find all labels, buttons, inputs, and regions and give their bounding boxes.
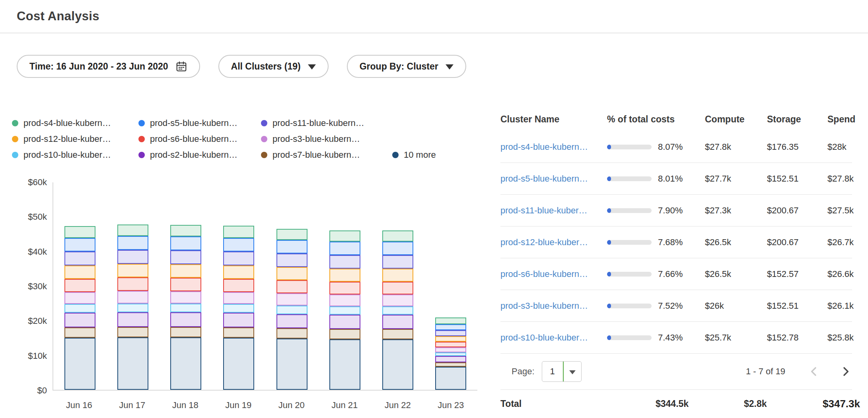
- bar-segment[interactable]: [435, 347, 466, 352]
- cluster-link[interactable]: prod-s12-blue-kuber…: [500, 237, 588, 247]
- bar-segment[interactable]: [170, 312, 201, 327]
- bar-segment[interactable]: [223, 252, 254, 265]
- time-range-filter[interactable]: Time: 16 Jun 2020 - 23 Jun 2020: [17, 55, 200, 78]
- bar-segment[interactable]: [329, 315, 360, 329]
- bar-segment[interactable]: [64, 279, 95, 292]
- bar-segment[interactable]: [382, 306, 413, 315]
- bar-segment[interactable]: [117, 264, 148, 277]
- bar-segment[interactable]: [276, 254, 307, 267]
- bar-segment[interactable]: [223, 304, 254, 313]
- bar-segment[interactable]: [382, 242, 413, 255]
- cluster-link[interactable]: prod-s5-blue-kubern…: [500, 174, 588, 184]
- bar-segment[interactable]: [329, 339, 360, 390]
- clusters-filter[interactable]: All Clusters (19): [218, 55, 329, 78]
- legend-item[interactable]: prod-s12-blue-kuber…: [12, 134, 138, 144]
- bar-segment[interactable]: [382, 329, 413, 339]
- bar-segment[interactable]: [223, 265, 254, 279]
- cluster-link[interactable]: prod-s6-blue-kubern…: [500, 269, 588, 279]
- bar-segment[interactable]: [117, 224, 148, 236]
- next-page-button[interactable]: [839, 365, 852, 378]
- bar-segment[interactable]: [64, 238, 95, 252]
- bar-segment[interactable]: [329, 282, 360, 294]
- bar-segment[interactable]: [64, 338, 95, 390]
- bar-segment[interactable]: [170, 304, 201, 313]
- cluster-link[interactable]: prod-s10-blue-kuber…: [500, 333, 588, 343]
- bar-segment[interactable]: [276, 328, 307, 338]
- bar-segment[interactable]: [64, 226, 95, 238]
- bar-segment[interactable]: [382, 269, 413, 281]
- bar-segment[interactable]: [117, 250, 148, 264]
- stacked-bar[interactable]: [64, 226, 95, 390]
- bar-segment[interactable]: [223, 279, 254, 292]
- legend-item[interactable]: prod-s3-blue-kubern…: [261, 134, 392, 144]
- bar-segment[interactable]: [382, 255, 413, 269]
- stacked-bar[interactable]: [223, 226, 254, 390]
- stacked-bar[interactable]: [329, 230, 360, 390]
- stacked-bar[interactable]: [435, 317, 466, 390]
- bar-segment[interactable]: [170, 264, 201, 278]
- bar-segment[interactable]: [329, 255, 360, 269]
- bar-segment[interactable]: [276, 240, 307, 254]
- legend-item[interactable]: prod-s5-blue-kubern…: [138, 118, 261, 128]
- bar-segment[interactable]: [382, 339, 413, 390]
- legend-item[interactable]: prod-s10-blue-kuber…: [12, 150, 138, 160]
- bar-segment[interactable]: [117, 291, 148, 303]
- legend-item[interactable]: 10 more: [392, 150, 436, 160]
- bar-segment[interactable]: [276, 314, 307, 329]
- bar-segment[interactable]: [435, 352, 466, 356]
- bar-segment[interactable]: [276, 339, 307, 390]
- bar-segment[interactable]: [276, 229, 307, 240]
- bar-segment[interactable]: [435, 317, 466, 325]
- bar-segment[interactable]: [329, 306, 360, 315]
- bar-segment[interactable]: [223, 313, 254, 327]
- stacked-bar[interactable]: [117, 224, 148, 390]
- bar-segment[interactable]: [223, 338, 254, 390]
- bar-segment[interactable]: [64, 265, 95, 279]
- legend-item[interactable]: prod-s4-blue-kubern…: [12, 118, 138, 128]
- stacked-bar[interactable]: [170, 225, 201, 390]
- bar-segment[interactable]: [223, 226, 254, 238]
- bar-segment[interactable]: [170, 278, 201, 291]
- bar-segment[interactable]: [435, 324, 466, 330]
- bar-segment[interactable]: [223, 292, 254, 304]
- bar-segment[interactable]: [435, 342, 466, 347]
- previous-page-button[interactable]: [808, 365, 820, 378]
- bar-segment[interactable]: [117, 277, 148, 291]
- bar-segment[interactable]: [170, 236, 201, 250]
- bar-segment[interactable]: [435, 367, 466, 390]
- bar-segment[interactable]: [276, 280, 307, 293]
- bar-segment[interactable]: [117, 304, 148, 313]
- bar-segment[interactable]: [64, 304, 95, 313]
- bar-segment[interactable]: [64, 252, 95, 265]
- page-select[interactable]: 1: [542, 361, 582, 382]
- bar-segment[interactable]: [170, 225, 201, 236]
- bar-segment[interactable]: [276, 267, 307, 280]
- bar-segment[interactable]: [64, 327, 95, 338]
- cluster-link[interactable]: prod-s4-blue-kubern…: [500, 142, 588, 152]
- bar-segment[interactable]: [64, 292, 95, 304]
- stacked-bar[interactable]: [382, 230, 413, 390]
- bar-segment[interactable]: [117, 337, 148, 390]
- bar-segment[interactable]: [170, 327, 201, 337]
- bar-segment[interactable]: [117, 312, 148, 327]
- bar-segment[interactable]: [223, 238, 254, 252]
- bar-segment[interactable]: [276, 306, 307, 314]
- bar-segment[interactable]: [382, 282, 413, 294]
- bar-segment[interactable]: [329, 242, 360, 255]
- legend-item[interactable]: prod-s7-blue-kubern…: [261, 150, 392, 160]
- bar-segment[interactable]: [117, 327, 148, 337]
- bar-segment[interactable]: [382, 294, 413, 306]
- bar-segment[interactable]: [64, 313, 95, 327]
- bar-segment[interactable]: [170, 291, 201, 304]
- bar-segment[interactable]: [435, 362, 466, 367]
- bar-segment[interactable]: [329, 230, 360, 242]
- stacked-bar[interactable]: [276, 229, 307, 390]
- bar-segment[interactable]: [170, 337, 201, 390]
- bar-segment[interactable]: [382, 230, 413, 242]
- group-by-filter[interactable]: Group By: Cluster: [347, 55, 466, 78]
- bar-segment[interactable]: [435, 330, 466, 336]
- legend-item[interactable]: prod-s2-blue-kubern…: [138, 150, 261, 160]
- legend-item[interactable]: prod-s11-blue-kubern…: [261, 118, 392, 128]
- bar-segment[interactable]: [329, 269, 360, 281]
- bar-segment[interactable]: [329, 294, 360, 306]
